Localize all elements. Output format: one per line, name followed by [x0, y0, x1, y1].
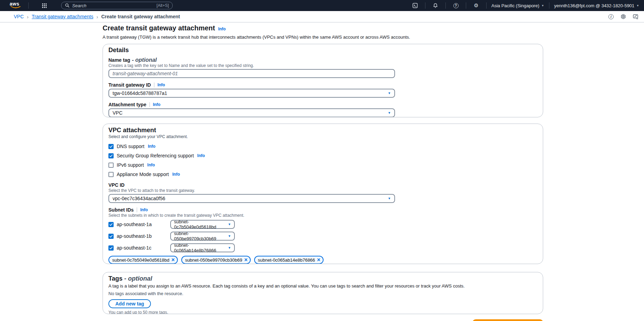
appliance-mode-info-link[interactable]: Info	[172, 172, 180, 177]
breadcrumb-transit-gateway-attachments[interactable]: Transit gateway attachments	[32, 14, 93, 19]
az-1b-checkbox[interactable]	[108, 234, 114, 239]
chevron-down-icon: ▼	[388, 197, 391, 200]
tags-optional: - optional	[124, 275, 152, 282]
sg-referencing-row[interactable]: Security Group Referencing support Info	[108, 153, 537, 159]
appliance-mode-label: Appliance Mode support	[117, 172, 169, 177]
subnet-1c-value: subnet-0c065ab14e8b76866	[174, 243, 228, 253]
az-1a-checkbox[interactable]	[108, 222, 114, 227]
vpc-id-field: VPC ID Select the VPC to attach to the t…	[108, 182, 537, 203]
name-tag-input[interactable]	[108, 69, 395, 78]
region-selector[interactable]: Asia Pacific (Singapore) ▼	[491, 3, 544, 8]
name-tag-label: Name tag	[108, 57, 130, 63]
dns-support-info-link[interactable]: Info	[148, 144, 155, 149]
tags-heading: Tags - optional	[108, 275, 537, 282]
ipv6-support-checkbox[interactable]	[108, 163, 114, 168]
create-attachment-button[interactable]	[472, 319, 543, 321]
aws-logo-text: aws	[10, 1, 23, 6]
transit-gateway-id-value: tgw-01664dc58788787a1	[113, 90, 167, 96]
appliance-mode-row[interactable]: Appliance Mode support Info	[108, 171, 537, 177]
details-card: Details Name tag - optional Creates a ta…	[103, 44, 543, 117]
remove-token-button[interactable]: ×	[317, 257, 320, 263]
az-1a-label: ap-southeast-1a	[117, 222, 170, 227]
breadcrumb-bar: VPC › Transit gateway attachments › Crea…	[0, 11, 644, 22]
breadcrumb-separator-icon: ›	[96, 14, 98, 20]
subnet-1b-select[interactable]: subnet-050be99709cb30b69 ▼	[170, 232, 235, 241]
az-1c-checkbox[interactable]	[108, 245, 114, 251]
transit-gateway-id-select[interactable]: tgw-01664dc58788787a1 ▼	[108, 89, 395, 98]
aws-logo[interactable]: aws	[10, 1, 23, 10]
feedback-panel-icon[interactable]	[633, 14, 638, 19]
search-placeholder: Search	[72, 3, 86, 8]
subnet-1c-select[interactable]: subnet-0c065ab14e8b76866 ▼	[170, 243, 235, 252]
chevron-down-icon: ▼	[228, 223, 231, 226]
attachment-type-select[interactable]: VPC ▼	[108, 108, 395, 117]
page-info-link[interactable]: Info	[218, 27, 226, 31]
search-input[interactable]: Search [Alt+S]	[61, 2, 173, 9]
topbar-divider	[549, 2, 549, 9]
attachment-type-info-link[interactable]: Info	[153, 102, 161, 107]
chevron-down-icon: ▼	[388, 92, 391, 95]
sg-referencing-info-link[interactable]: Info	[197, 153, 205, 158]
tags-description: A tag is a label that you assign to an A…	[108, 283, 537, 289]
aws-smile-icon	[11, 6, 21, 9]
services-grid-button[interactable]	[39, 0, 49, 11]
page-subtitle: A transit gateway (TGW) is a network tra…	[103, 35, 410, 40]
vpc-attachment-card: VPC attachment Select and configure your…	[103, 124, 543, 264]
page-header: Create transit gateway attachment Info	[103, 24, 226, 32]
sg-referencing-checkbox[interactable]	[108, 153, 114, 158]
breadcrumb-vpc[interactable]: VPC	[14, 14, 24, 19]
vpc-id-label: VPC ID	[108, 182, 125, 188]
tags-limit-note: You can add up to 50 more tags.	[108, 310, 537, 314]
transit-gateway-id-field: Transit gateway ID Info tgw-01664dc58788…	[108, 82, 537, 98]
add-new-tag-button[interactable]: Add new tag	[108, 299, 151, 308]
selected-subnet-tokens: subnet-0c7b5049e0d5618bd × subnet-050be9…	[108, 256, 537, 264]
subnet-1a-value: subnet-0c7b5049e0d5618bd	[174, 219, 228, 230]
subnet-ids-info-link[interactable]: Info	[140, 207, 148, 213]
help-button[interactable]: ?	[451, 0, 461, 11]
close-icon: ×	[244, 257, 247, 263]
chevron-down-icon: ▼	[228, 246, 231, 250]
hexagon-clock-icon[interactable]	[621, 14, 626, 19]
ipv6-support-row[interactable]: IPv6 support Info	[108, 162, 537, 168]
vpc-id-value: vpc-0ec7c36434aca0f56	[113, 196, 165, 201]
console-topbar: aws Search [Alt+S]	[0, 0, 644, 11]
remove-token-button[interactable]: ×	[172, 257, 175, 263]
dns-support-checkbox[interactable]	[108, 144, 114, 149]
az-1b-label: ap-southeast-1b	[117, 233, 170, 239]
transit-gateway-id-info-link[interactable]: Info	[157, 82, 165, 88]
dns-support-row[interactable]: DNS support Info	[108, 143, 537, 149]
account-label: yennth136@fpt.com @ 3432-1820-5901	[554, 3, 634, 8]
check-icon	[109, 154, 113, 158]
cloudshell-button[interactable]	[410, 0, 420, 11]
label-divider	[150, 102, 150, 107]
remove-token-button[interactable]: ×	[244, 257, 247, 263]
check-icon	[109, 145, 113, 148]
topbar-divider	[466, 2, 466, 9]
subnet-ids-help: Select the subnets in which to create th…	[108, 213, 537, 218]
account-menu[interactable]: yennth136@fpt.com @ 3432-1820-5901 ▼	[554, 3, 639, 8]
name-tag-optional: - optional	[132, 57, 157, 63]
chevron-down-icon: ▼	[388, 111, 391, 115]
info-panel-icon[interactable]: i	[608, 14, 614, 19]
breadcrumb: VPC › Transit gateway attachments › Crea…	[14, 14, 180, 20]
subnet-row-1b: ap-southeast-1b subnet-050be99709cb30b69…	[108, 232, 537, 241]
ipv6-support-info-link[interactable]: Info	[147, 163, 155, 167]
support-options-group: DNS support Info Security Group Referenc…	[108, 143, 537, 177]
tags-heading-text: Tags	[108, 275, 123, 282]
settings-button[interactable]: ⚙	[471, 0, 481, 11]
panel-toggle-group: i	[608, 14, 638, 19]
label-divider	[137, 207, 137, 212]
subnet-1a-select[interactable]: subnet-0c7b5049e0d5618bd ▼	[170, 220, 235, 229]
name-tag-help: Creates a tag with the key set to Name a…	[108, 63, 537, 68]
subnet-row-1a: ap-southeast-1a subnet-0c7b5049e0d5618bd…	[108, 220, 537, 229]
subnet-token: subnet-0c7b5049e0d5618bd ×	[108, 256, 178, 264]
vpc-id-help: Select the VPC to attach to the transit …	[108, 188, 537, 193]
page-title: Create transit gateway attachment	[103, 24, 215, 32]
details-heading: Details	[108, 47, 537, 54]
chevron-down-icon: ▼	[541, 4, 544, 7]
tags-empty-state: No tags associated with the resource.	[108, 291, 537, 296]
breadcrumb-current: Create transit gateway attachment	[101, 14, 180, 19]
notifications-button[interactable]	[430, 0, 441, 11]
vpc-id-select[interactable]: vpc-0ec7c36434aca0f56 ▼	[108, 194, 395, 203]
appliance-mode-checkbox[interactable]	[108, 172, 114, 177]
